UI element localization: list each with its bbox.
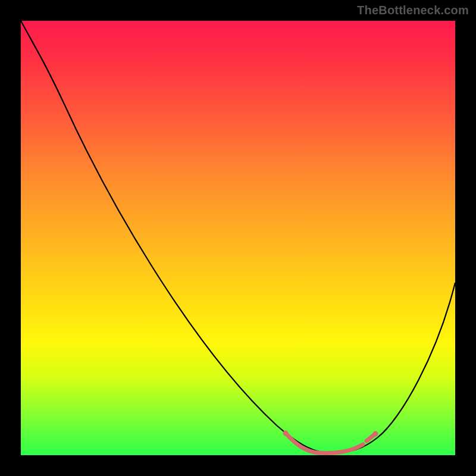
highlight-dot-left (283, 431, 289, 436)
flat-highlight (286, 433, 375, 453)
watermark-text: TheBottleneck.com (357, 4, 469, 17)
curve-svg (21, 21, 455, 455)
plot-area (21, 21, 455, 455)
main-curve (21, 21, 455, 453)
chart-frame: TheBottleneck.com (0, 0, 476, 476)
highlight-dot-right (373, 431, 378, 437)
